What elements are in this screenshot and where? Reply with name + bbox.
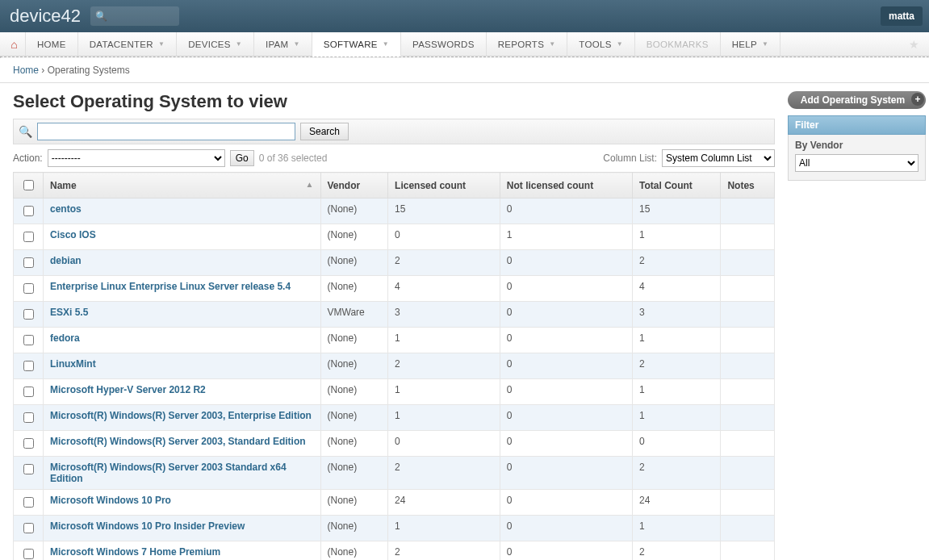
os-name-link[interactable]: Cisco IOS [50, 229, 96, 240]
cell-notes [721, 541, 775, 561]
os-name-link[interactable]: Microsoft Windows 7 Home Premium [50, 546, 220, 558]
action-select[interactable]: --------- [48, 149, 225, 167]
cell-vendor: VMWare [320, 302, 388, 328]
col-notes[interactable]: Notes [721, 173, 775, 199]
nav-item-datacenter[interactable]: DATACENTER▼ [78, 32, 177, 56]
cell-total: 3 [633, 302, 721, 328]
cell-vendor: (None) [320, 379, 388, 405]
nav-label: IPAM [266, 40, 288, 49]
cell-total: 1 [633, 224, 721, 250]
nav-item-passwords[interactable]: PASSWORDS [401, 32, 487, 56]
cell-vendor: (None) [320, 405, 388, 431]
os-name-link[interactable]: Microsoft Windows 10 Pro Insider Preview [50, 520, 245, 532]
home-icon[interactable]: ⌂ [3, 32, 26, 56]
os-name-link[interactable]: Microsoft(R) Windows(R) Server 2003, Ent… [50, 410, 312, 421]
os-name-link[interactable]: fedora [50, 332, 80, 344]
row-checkbox[interactable] [23, 206, 34, 216]
search-button[interactable]: Search [300, 123, 349, 140]
row-checkbox[interactable] [23, 283, 34, 294]
page-title: Select Operating System to view [13, 91, 287, 112]
cell-notes [721, 328, 775, 353]
cell-vendor: (None) [320, 353, 388, 379]
breadcrumb-home[interactable]: Home [13, 65, 39, 76]
table-row: LinuxMint(None)202 [14, 353, 775, 379]
cell-not_licensed: 0 [500, 405, 632, 431]
cell-notes [721, 224, 775, 250]
col-name[interactable]: Name ▲ [44, 173, 321, 199]
chevron-down-icon: ▼ [383, 40, 389, 48]
favorite-star-icon[interactable]: ★ [902, 32, 926, 56]
nav-label: DEVICES [188, 40, 231, 49]
row-checkbox[interactable] [23, 497, 34, 508]
nav-item-home[interactable]: HOME [26, 32, 78, 56]
os-name-link[interactable]: LinuxMint [50, 358, 96, 370]
table-row: Microsoft(R) Windows(R) Server 2003, Ent… [14, 405, 775, 431]
table-row: Microsoft Windows 10 Pro(None)24024 [14, 490, 775, 516]
table-row: Enterprise Linux Enterprise Linux Server… [14, 276, 775, 302]
filter-panel: By Vendor All [788, 135, 926, 181]
row-checkbox[interactable] [23, 412, 34, 423]
cell-notes [721, 457, 775, 490]
select-all-checkbox[interactable] [23, 180, 34, 190]
cell-total: 2 [633, 457, 721, 490]
cell-licensed: 2 [388, 250, 500, 276]
nav-item-help[interactable]: HELP▼ [721, 32, 780, 56]
cell-total: 24 [633, 490, 721, 516]
add-operating-system-button[interactable]: Add Operating System [788, 91, 926, 109]
table-search-bar: 🔍 Search [13, 119, 775, 144]
search-icon: 🔍 [95, 10, 107, 22]
row-checkbox[interactable] [23, 549, 34, 559]
row-checkbox[interactable] [23, 257, 34, 268]
os-name-link[interactable]: Enterprise Linux Enterprise Linux Server… [50, 281, 291, 292]
nav-item-tools[interactable]: TOOLS▼ [567, 32, 635, 56]
cell-total: 2 [633, 353, 721, 379]
column-list-select[interactable]: System Column List [662, 149, 775, 167]
row-checkbox[interactable] [23, 335, 34, 345]
nav-item-reports[interactable]: REPORTS▼ [487, 32, 568, 56]
table-row: fedora(None)101 [14, 328, 775, 353]
global-search[interactable]: 🔍 [90, 6, 179, 26]
cell-total: 1 [633, 328, 721, 353]
row-checkbox[interactable] [23, 438, 34, 449]
cell-vendor: (None) [320, 541, 388, 561]
cell-vendor: (None) [320, 516, 388, 541]
user-menu[interactable]: matta [881, 6, 923, 26]
col-licensed[interactable]: Licensed count [388, 173, 500, 199]
os-name-link[interactable]: Microsoft Hyper-V Server 2012 R2 [50, 384, 206, 395]
cell-licensed: 0 [388, 431, 500, 457]
row-checkbox[interactable] [23, 232, 34, 242]
os-name-link[interactable]: Microsoft(R) Windows(R) Server 2003, Sta… [50, 436, 306, 447]
cell-licensed: 2 [388, 457, 500, 490]
global-search-input[interactable] [111, 10, 175, 23]
row-checkbox[interactable] [23, 387, 34, 397]
cell-licensed: 1 [388, 405, 500, 431]
table-row: ESXi 5.5VMWare303 [14, 302, 775, 328]
col-vendor[interactable]: Vendor [320, 173, 388, 199]
row-checkbox[interactable] [23, 361, 34, 371]
cell-not_licensed: 0 [500, 490, 632, 516]
go-button[interactable]: Go [230, 150, 254, 166]
breadcrumb: Home › Operating Systems [0, 58, 929, 83]
nav-label: REPORTS [498, 40, 544, 49]
cell-licensed: 1 [388, 379, 500, 405]
row-checkbox[interactable] [23, 309, 34, 320]
col-total[interactable]: Total Count [633, 173, 721, 199]
nav-label: HELP [732, 40, 757, 49]
table-search-input[interactable] [37, 123, 295, 140]
row-checkbox[interactable] [23, 464, 34, 474]
os-name-link[interactable]: Microsoft Windows 10 Pro [50, 495, 171, 506]
os-name-link[interactable]: ESXi 5.5 [50, 307, 88, 318]
nav-item-devices[interactable]: DEVICES▼ [177, 32, 254, 56]
os-name-link[interactable]: debian [50, 255, 82, 266]
os-name-link[interactable]: centos [50, 203, 82, 215]
row-checkbox[interactable] [23, 523, 34, 533]
filter-vendor-select[interactable]: All [795, 154, 919, 172]
table-row: Microsoft(R) Windows(R) Server 2003 Stan… [14, 457, 775, 490]
cell-notes [721, 250, 775, 276]
nav-item-software[interactable]: SOFTWARE▼ [312, 32, 401, 56]
nav-item-ipam[interactable]: IPAM▼ [254, 32, 312, 56]
os-name-link[interactable]: Microsoft(R) Windows(R) Server 2003 Stan… [50, 462, 287, 484]
table-row: Microsoft Windows 10 Pro Insider Preview… [14, 516, 775, 541]
chevron-down-icon: ▼ [617, 40, 623, 48]
col-not-licensed[interactable]: Not licensed count [500, 173, 632, 199]
